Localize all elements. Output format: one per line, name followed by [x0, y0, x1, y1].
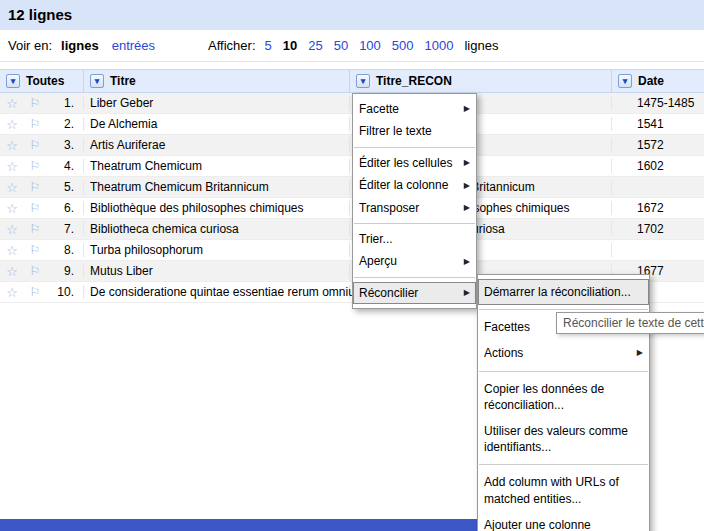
menu-divider: [354, 147, 475, 148]
show-label: Afficher:: [208, 38, 255, 53]
cell-date[interactable]: 1572: [612, 138, 704, 152]
row-number: 10.: [46, 285, 84, 299]
flag-icon[interactable]: ⚐: [24, 117, 46, 131]
page-size-50[interactable]: 50: [334, 38, 348, 53]
menu-item-label: Réconcilier: [359, 286, 461, 300]
flag-icon[interactable]: ⚐: [24, 243, 46, 257]
menu-item[interactable]: Copier les données de réconciliation...: [478, 376, 649, 418]
page-size-25[interactable]: 25: [308, 38, 322, 53]
cell-titre[interactable]: Mutus Liber: [84, 264, 350, 278]
star-icon[interactable]: ☆: [0, 159, 24, 174]
chevron-down-icon: ▾: [623, 77, 628, 86]
menu-divider: [479, 309, 648, 310]
star-icon[interactable]: ☆: [0, 222, 24, 237]
flag-icon[interactable]: ⚐: [24, 180, 46, 194]
star-icon[interactable]: ☆: [0, 264, 24, 279]
chevron-down-icon: ▾: [95, 77, 100, 86]
star-icon[interactable]: ☆: [0, 201, 24, 216]
cell-date[interactable]: 1475-1485: [612, 96, 704, 110]
view-mode-records[interactable]: entrées: [112, 38, 155, 53]
menu-item-label: Éditer les cellules: [359, 156, 461, 170]
cell-titre[interactable]: De Alchemia: [84, 117, 350, 131]
chevron-down-icon: ▾: [11, 77, 16, 86]
menu-item-label: Aperçu: [359, 254, 461, 268]
menu-item[interactable]: Add column with URLs of matched entities…: [478, 469, 649, 511]
page-size-100[interactable]: 100: [359, 38, 381, 53]
menu-item-label: Démarrer la réconciliation...: [484, 284, 643, 300]
menu-item-label: Transposer: [359, 201, 461, 215]
cell-titre[interactable]: Theatrum Chemicum: [84, 159, 350, 173]
view-as-label: Voir en:: [8, 38, 52, 53]
submenu-arrow-icon: ▶: [464, 288, 470, 298]
menu-item[interactable]: Éditer les cellules▶: [353, 152, 476, 174]
menu-item[interactable]: Réconcilier▶: [353, 282, 476, 304]
star-icon[interactable]: ☆: [0, 285, 24, 300]
column-label-date: Date: [638, 74, 664, 88]
view-mode-rows[interactable]: lignes: [61, 38, 99, 53]
menu-item-label: Trier...: [359, 232, 470, 246]
menu-item-label: Add column with URLs of matched entities…: [484, 474, 643, 506]
tooltip: Réconcilier le texte de cette: [556, 312, 704, 334]
menu-divider: [479, 371, 648, 372]
cell-date[interactable]: 1702: [612, 222, 704, 236]
star-icon[interactable]: ☆: [0, 243, 24, 258]
menu-item-label: Facette: [359, 102, 461, 116]
menu-item-label: Utiliser des valeurs comme identifiants.…: [484, 423, 643, 455]
star-icon[interactable]: ☆: [0, 96, 24, 111]
column-dropdown-titre-icon[interactable]: ▾: [90, 74, 104, 88]
chevron-down-icon: ▾: [361, 77, 366, 86]
cell-date[interactable]: 1672: [612, 201, 704, 215]
flag-icon[interactable]: ⚐: [24, 222, 46, 236]
star-icon[interactable]: ☆: [0, 138, 24, 153]
flag-icon[interactable]: ⚐: [24, 159, 46, 173]
row-number: 4.: [46, 159, 84, 173]
flag-icon[interactable]: ⚐: [24, 96, 46, 110]
cell-date[interactable]: 1541: [612, 117, 704, 131]
row-number: 3.: [46, 138, 84, 152]
cell-titre[interactable]: Theatrum Chemicum Britannicum: [84, 180, 350, 194]
cell-titre[interactable]: De consideratione quintae essentiae reru…: [84, 285, 350, 299]
menu-item-label: Filtrer le texte: [359, 124, 470, 138]
page-title: 12 lignes: [0, 0, 704, 30]
flag-icon[interactable]: ⚐: [24, 138, 46, 152]
menu-item[interactable]: Trier...: [353, 228, 476, 250]
menu-divider: [354, 223, 475, 224]
star-icon[interactable]: ☆: [0, 180, 24, 195]
menu-item[interactable]: Éditer la colonne▶: [353, 174, 476, 196]
cell-titre[interactable]: Bibliothèque des philosophes chimiques: [84, 201, 350, 215]
column-dropdown-date-icon[interactable]: ▾: [618, 74, 632, 88]
page-size-10[interactable]: 10: [283, 38, 297, 53]
menu-item-label: Actions: [484, 345, 634, 361]
menu-divider: [354, 277, 475, 278]
menu-item[interactable]: Ajouter une colonne d'identifiants d'ent…: [478, 512, 649, 531]
column-dropdown-toutes-icon[interactable]: ▾: [6, 74, 20, 88]
submenu-arrow-icon: ▶: [464, 203, 470, 213]
column-header-date: ▾ Date: [612, 70, 704, 92]
column-context-menu: Facette▶Filtrer le texteÉditer les cellu…: [352, 93, 477, 309]
cell-titre[interactable]: Bibliotheca chemica curiosa: [84, 222, 350, 236]
flag-icon[interactable]: ⚐: [24, 285, 46, 299]
submenu-arrow-icon: ▶: [464, 158, 470, 168]
menu-item[interactable]: Actions▶: [478, 340, 649, 366]
menu-item[interactable]: Filtrer le texte: [353, 120, 476, 142]
menu-item[interactable]: Démarrer la réconciliation...: [478, 279, 649, 305]
cell-titre[interactable]: Turba philosophorum: [84, 243, 350, 257]
menu-divider: [479, 464, 648, 465]
cell-titre[interactable]: Liber Geber: [84, 96, 350, 110]
menu-item[interactable]: Utiliser des valeurs comme identifiants.…: [478, 418, 649, 460]
row-number: 9.: [46, 264, 84, 278]
menu-item[interactable]: Aperçu▶: [353, 250, 476, 272]
flag-icon[interactable]: ⚐: [24, 201, 46, 215]
page-size-500[interactable]: 500: [392, 38, 414, 53]
flag-icon[interactable]: ⚐: [24, 264, 46, 278]
menu-item-label: Éditer la colonne: [359, 178, 461, 192]
menu-item[interactable]: Transposer▶: [353, 197, 476, 219]
column-dropdown-titre-recon-icon[interactable]: ▾: [356, 74, 370, 88]
page-size-5[interactable]: 5: [265, 38, 272, 53]
star-icon[interactable]: ☆: [0, 117, 24, 132]
column-header-toutes: ▾ Toutes: [0, 70, 84, 92]
cell-date[interactable]: 1602: [612, 159, 704, 173]
menu-item[interactable]: Facette▶: [353, 98, 476, 120]
page-size-1000[interactable]: 1000: [425, 38, 454, 53]
cell-titre[interactable]: Artis Auriferae: [84, 138, 350, 152]
